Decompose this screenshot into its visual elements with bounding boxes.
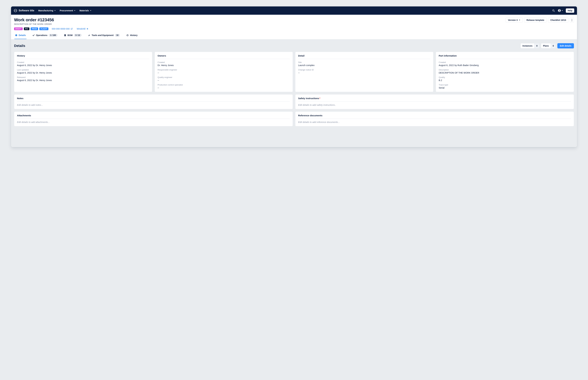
- field-value: --: [158, 87, 290, 89]
- nav-menu-procurement[interactable]: Procurement: [60, 9, 75, 12]
- check-icon: [32, 34, 35, 37]
- card-title: Attachments: [17, 114, 290, 119]
- status-badge-pc: P/C: [24, 27, 29, 30]
- page-header: Work order #123456 DESCRIPTION OF THE WO…: [11, 15, 577, 39]
- edit-details-button[interactable]: Edit details: [557, 43, 574, 48]
- card-title: Part information: [439, 54, 571, 59]
- svg-point-4: [559, 10, 560, 11]
- field-label: Site: [298, 61, 430, 63]
- field-value: B.2: [439, 79, 571, 81]
- release-template-button[interactable]: Release template: [524, 18, 547, 23]
- plans-label: Plans: [541, 43, 551, 48]
- field-label: Change notice ID: [298, 69, 430, 71]
- tab-label: Tools and Equipment: [92, 34, 114, 37]
- status-badge-prod: PROD: [31, 27, 38, 30]
- account-menu[interactable]: [558, 9, 563, 12]
- nav-menus: Manufacturing Procurement Materials: [38, 9, 91, 12]
- windchill-label: Windchill: [77, 28, 86, 30]
- tab-history[interactable]: History: [126, 32, 138, 39]
- help-button[interactable]: Help: [566, 8, 574, 13]
- more-actions-button[interactable]: [570, 18, 574, 23]
- field-label: Production control specialist: [158, 84, 290, 86]
- svg-point-10: [16, 35, 16, 35]
- field-value: August 6, 2022 by Dr. Henry Jones: [17, 64, 149, 67]
- field-label: Released: [17, 76, 149, 78]
- field-label: Description: [439, 69, 571, 71]
- safety-placeholder: Edit details to add safety instructions.…: [298, 104, 571, 106]
- windchill-link[interactable]: Windchill: [77, 28, 89, 30]
- field-value: Serial: [439, 87, 571, 89]
- nav-menu-label: Manufacturing: [38, 9, 53, 12]
- field-value: DESCRIPTION OF THE WORK ORDER: [439, 72, 571, 74]
- brand-title: Software title: [19, 9, 34, 12]
- card-reference-documents: Reference documents Edit details to add …: [295, 112, 574, 126]
- version-dropdown[interactable]: Version 3: [506, 18, 523, 23]
- tab-details[interactable]: Details: [14, 32, 26, 39]
- card-title: Safety instructions*: [298, 97, 571, 102]
- tab-count: 1 / 100: [49, 34, 57, 37]
- caret-down-icon: [519, 19, 520, 21]
- svg-point-7: [572, 21, 572, 21]
- release-template-label: Release template: [526, 19, 544, 21]
- card-title: Reference documents: [298, 114, 571, 119]
- history-icon: [126, 34, 129, 37]
- app-window: Software title Manufacturing Procurement…: [11, 6, 577, 147]
- card-owners: Owners Created Dr. Henry Jones Responsib…: [155, 52, 293, 92]
- brand-logo-icon: [14, 9, 17, 12]
- checklist-button[interactable]: Checklist 13/13: [548, 18, 569, 23]
- svg-point-1: [553, 9, 554, 11]
- card-part-information: Part information Created August 6, 2022 …: [436, 52, 574, 92]
- svg-rect-12: [65, 35, 65, 35]
- card-title: Detail: [298, 54, 430, 59]
- svg-point-6: [572, 20, 572, 20]
- external-id-text: 000-000-0000-000: [52, 28, 70, 30]
- tab-label: BOM: [68, 34, 72, 37]
- checklist-label: Checklist 13/13: [550, 19, 566, 21]
- tabs: Details Operations 1 / 100 BOM 3 / 12 To…: [14, 32, 574, 39]
- external-id-link[interactable]: 000-000-0000-000: [52, 28, 73, 30]
- field-value: --: [158, 79, 290, 81]
- kebab-icon: [572, 19, 572, 21]
- tab-operations[interactable]: Operations 1 / 100: [32, 32, 58, 39]
- nav-menu-materials[interactable]: Materials: [79, 9, 91, 12]
- field-label: Responsible engineer: [158, 69, 290, 71]
- plans-button[interactable]: Plans 0: [541, 43, 556, 48]
- card-title-text: Safety instructions: [298, 97, 319, 100]
- search-icon: [552, 9, 555, 12]
- search-button[interactable]: [552, 9, 555, 12]
- tab-bom[interactable]: BOM 3 / 12: [63, 32, 82, 39]
- card-title: Owners: [158, 54, 290, 59]
- field-label: Quality engineer: [158, 76, 290, 78]
- section-title: Details: [14, 44, 25, 48]
- instances-count: 0: [534, 43, 539, 48]
- page-subtitle: DESCRIPTION OF THE WORK ORDER: [14, 23, 54, 25]
- tab-count: 3 / 12: [74, 34, 82, 37]
- nav-menu-manufacturing[interactable]: Manufacturing: [38, 9, 56, 12]
- field-value: August 6, 2022 by Ruth Bader Ginsberg: [439, 64, 571, 67]
- brand[interactable]: Software title: [14, 9, 34, 12]
- info-icon: [15, 34, 18, 37]
- field-label: Created: [158, 61, 290, 63]
- field-label: Trace type: [439, 84, 571, 86]
- status-badge-flight: FLIGHT: [39, 27, 48, 30]
- field-value: Dr. Henry Jones: [158, 64, 290, 67]
- field-value: --: [298, 72, 430, 74]
- field-value: --: [158, 72, 290, 74]
- wrench-icon: [88, 34, 90, 37]
- field-value: August 6, 2022 by Dr. Henry Jones: [17, 72, 149, 74]
- tab-label: History: [130, 34, 138, 37]
- card-history: History Created August 6, 2022 by Dr. He…: [14, 52, 152, 92]
- caret-down-icon: [90, 10, 91, 11]
- instances-button[interactable]: Instances 0: [520, 43, 539, 48]
- svg-point-5: [572, 19, 572, 19]
- tab-tools[interactable]: Tools and Equipment 10: [88, 32, 121, 39]
- nav-menu-label: Procurement: [60, 9, 73, 12]
- field-value: August 6, 2022 by Dr. Henry Jones: [17, 79, 149, 81]
- external-link-icon: [71, 28, 73, 30]
- tab-count: 10: [115, 34, 120, 37]
- caret-down-icon: [74, 10, 75, 11]
- topbar-right: Help: [552, 8, 574, 13]
- caret-down-icon: [562, 10, 563, 11]
- instances-label: Instances: [521, 43, 535, 48]
- card-notes: Notes Edit details to add notes...: [14, 95, 293, 109]
